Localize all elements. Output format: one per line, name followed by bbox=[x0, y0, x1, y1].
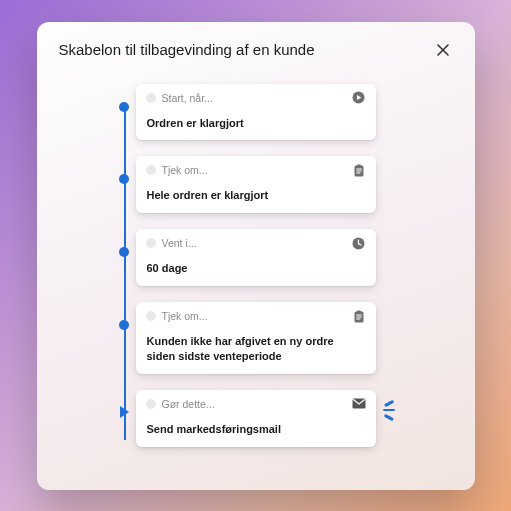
step-label: Start, når... bbox=[162, 92, 213, 104]
step-card[interactable]: Start, når... Ordren er klargjort bbox=[136, 84, 376, 141]
step-label: Tjek om... bbox=[162, 310, 208, 322]
svg-rect-8 bbox=[357, 310, 361, 312]
step-body: Ordren er klargjort bbox=[136, 110, 376, 141]
step-wait: Vent i... 60 dage bbox=[136, 229, 376, 286]
flow: Start, når... Ordren er klargjort bbox=[136, 84, 376, 470]
step-pill bbox=[146, 311, 156, 321]
svg-rect-2 bbox=[357, 164, 361, 166]
close-button[interactable] bbox=[433, 40, 453, 60]
step-card[interactable]: Tjek om... Kunden ikke har afgivet en ny… bbox=[136, 302, 376, 374]
mail-icon bbox=[352, 397, 366, 411]
card-header: Gør dette... bbox=[136, 390, 376, 416]
card-header: Tjek om... bbox=[136, 302, 376, 328]
step-body: Hele ordren er klargjort bbox=[136, 182, 376, 213]
svg-rect-9 bbox=[356, 314, 361, 315]
timeline-rail bbox=[124, 106, 126, 440]
svg-rect-5 bbox=[356, 172, 360, 173]
step-check-1: Tjek om... Hele ordren er klargjort bbox=[136, 156, 376, 213]
step-check-2: Tjek om... Kunden ikke har afgivet en ny… bbox=[136, 302, 376, 374]
svg-rect-11 bbox=[356, 318, 360, 319]
timeline-dot bbox=[119, 320, 129, 330]
svg-rect-4 bbox=[356, 170, 361, 171]
clipboard-icon bbox=[352, 163, 366, 177]
step-card[interactable]: Vent i... 60 dage bbox=[136, 229, 376, 286]
clock-icon bbox=[352, 236, 366, 250]
close-icon bbox=[436, 43, 450, 57]
flow-container: Start, når... Ordren er klargjort bbox=[37, 74, 475, 490]
step-pill bbox=[146, 165, 156, 175]
timeline-dot bbox=[119, 102, 129, 112]
card-header: Tjek om... bbox=[136, 156, 376, 182]
timeline-dot bbox=[119, 174, 129, 184]
panel-header: Skabelon til tilbagevinding af en kunde bbox=[37, 22, 475, 74]
timeline-dot bbox=[119, 247, 129, 257]
svg-rect-3 bbox=[356, 168, 361, 169]
svg-rect-10 bbox=[356, 316, 361, 317]
card-header: Start, når... bbox=[136, 84, 376, 110]
card-header: Vent i... bbox=[136, 229, 376, 255]
step-start: Start, når... Ordren er klargjort bbox=[136, 84, 376, 141]
step-label: Gør dette... bbox=[162, 398, 215, 410]
step-body: Kunden ikke har afgivet en ny ordre side… bbox=[136, 328, 376, 374]
step-card[interactable]: Tjek om... Hele ordren er klargjort bbox=[136, 156, 376, 213]
step-label: Vent i... bbox=[162, 237, 197, 249]
play-circle-icon bbox=[352, 91, 366, 105]
step-pill bbox=[146, 399, 156, 409]
step-body: Send markedsføringsmail bbox=[136, 416, 376, 447]
step-body: 60 dage bbox=[136, 255, 376, 286]
clipboard-icon bbox=[352, 309, 366, 323]
template-panel: Skabelon til tilbagevinding af en kunde … bbox=[37, 22, 475, 490]
step-pill bbox=[146, 238, 156, 248]
step-pill bbox=[146, 93, 156, 103]
step-label: Tjek om... bbox=[162, 164, 208, 176]
step-card[interactable]: Gør dette... Send markedsføringsmail bbox=[136, 390, 376, 447]
step-action: Gør dette... Send markedsføringsmail bbox=[136, 390, 376, 447]
panel-title: Skabelon til tilbagevinding af en kunde bbox=[59, 41, 315, 58]
timeline-play-icon bbox=[120, 406, 129, 418]
